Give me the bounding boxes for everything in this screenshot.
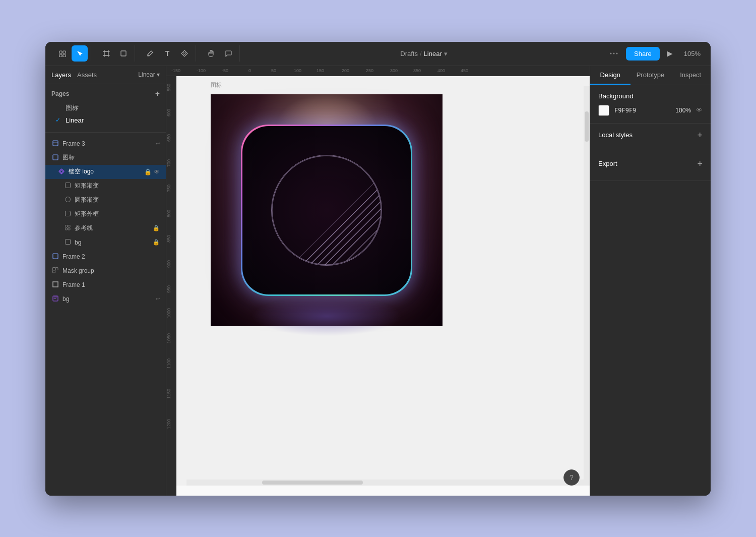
svg-rect-13 (65, 211, 70, 216)
layer-logo-component[interactable]: 镂空 logo 🔒 👁 (45, 165, 166, 179)
tab-assets[interactable]: Assets (77, 70, 97, 80)
circle-icon (64, 197, 72, 203)
layer-eye-icon[interactable]: 👁 (154, 168, 160, 175)
pages-section-title: Pages (51, 90, 69, 97)
page-item-linear[interactable]: ✓ Linear (51, 114, 160, 126)
layer-frame2[interactable]: Frame 2 (45, 250, 166, 264)
svg-text:900: 900 (166, 260, 171, 267)
comment-tool-button[interactable] (220, 45, 236, 62)
layer-frame1[interactable]: Frame 1 (45, 278, 166, 292)
svg-text:600: 600 (166, 108, 171, 116)
add-page-button[interactable]: + (155, 89, 160, 98)
layer-lock-icon[interactable]: 🔒 (144, 168, 152, 175)
zoom-level[interactable]: 105% (680, 48, 705, 59)
page-item-icons[interactable]: 图标 (51, 101, 160, 114)
select-tool-button[interactable] (72, 45, 88, 62)
scrollbar-thumb-vertical[interactable] (585, 111, 589, 142)
scrollbar-right[interactable] (584, 86, 590, 480)
help-button[interactable]: ? (563, 469, 580, 486)
breadcrumb-chevron[interactable]: ▾ (444, 50, 448, 57)
scrollbar-thumb-horizontal[interactable] (262, 481, 363, 485)
scrollbar-bottom[interactable] (186, 480, 590, 486)
svg-rect-28 (166, 66, 590, 76)
share-button[interactable]: Share (626, 47, 660, 61)
layer-icon-frame[interactable]: 图标 (45, 151, 166, 165)
svg-point-12 (65, 197, 70, 202)
svg-rect-21 (55, 267, 58, 270)
layer-guidelines[interactable]: 参考线 🔒 (45, 221, 166, 235)
svg-rect-4 (121, 51, 126, 56)
layer-frame3[interactable]: Frame 3 ↩ (45, 137, 166, 151)
right-panel-tabs: Design Prototype Inspect (590, 66, 711, 85)
canvas-content[interactable]: 图标 (176, 76, 590, 486)
export-title: Export (598, 160, 617, 167)
guide-icon (64, 225, 72, 231)
hand-tool-button[interactable] (203, 45, 219, 62)
tab-inspect[interactable]: Inspect (670, 66, 711, 85)
play-button[interactable]: ▶ (664, 47, 676, 60)
panel-divider (45, 132, 166, 133)
svg-point-7 (616, 53, 618, 54)
add-export-button[interactable]: + (697, 159, 703, 168)
tab-prototype[interactable]: Prototype (631, 66, 671, 85)
menu-tool-button[interactable] (54, 45, 71, 62)
pen-tool-button[interactable] (142, 45, 158, 62)
breadcrumb-drafts[interactable]: Drafts (400, 50, 418, 57)
layers-list: Frame 3 ↩ 图标 镂空 logo (45, 135, 166, 496)
frame-tool-button[interactable] (98, 45, 114, 62)
app-icon-container (211, 94, 443, 326)
layer-rect-gradient[interactable]: 矩形渐变 (45, 179, 166, 193)
layer-bg-lock-icon: 🔒 (153, 239, 160, 246)
frame-canvas-label: 图标 (211, 81, 222, 89)
toolbar-options-button[interactable] (606, 45, 622, 62)
ruler-left-svg: 550 600 650 700 750 800 850 900 950 1000… (166, 76, 176, 496)
rectangle-tool-button[interactable] (115, 45, 132, 62)
background-color-value[interactable]: F9F9F9 (614, 107, 666, 114)
breadcrumb-page[interactable]: Linear (424, 50, 442, 57)
frame-icon (51, 140, 59, 147)
svg-text:1150: 1150 (166, 388, 171, 398)
icon-lines-svg (271, 155, 382, 266)
svg-rect-22 (53, 270, 55, 273)
background-section: Background F9F9F9 100% 👁 (590, 85, 711, 124)
svg-text:50: 50 (271, 68, 276, 73)
tab-layers[interactable]: Layers (51, 70, 71, 80)
right-panel: Design Prototype Inspect Background F9F9… (590, 66, 711, 496)
svg-text:750: 750 (166, 184, 171, 192)
text-tool-button[interactable]: T (159, 45, 175, 62)
canvas-area[interactable]: -150 -100 -50 0 50 100 150 200 250 300 3… (166, 66, 590, 496)
frame1-icon (51, 281, 59, 288)
background-color-swatch[interactable] (598, 105, 609, 116)
add-local-style-button[interactable]: + (697, 131, 703, 140)
rect-icon (64, 183, 72, 189)
panel-breadcrumb[interactable]: Linear ▾ (138, 71, 160, 78)
svg-text:1200: 1200 (166, 419, 171, 429)
components-tool-button[interactable] (176, 45, 193, 62)
svg-line-62 (332, 215, 382, 266)
svg-text:350: 350 (413, 68, 421, 73)
frame2-icon (51, 253, 59, 260)
export-section-header: Export + (598, 159, 703, 168)
svg-text:650: 650 (166, 134, 171, 141)
app-window: T Drafts / Li (45, 42, 711, 496)
svg-text:150: 150 (317, 68, 324, 73)
svg-rect-0 (59, 51, 62, 53)
svg-rect-3 (63, 54, 66, 57)
main-area: Layers Assets Linear ▾ Pages + 图标 ✓ Line… (45, 66, 711, 496)
svg-point-5 (610, 53, 612, 54)
background-opacity[interactable]: 100% (671, 107, 691, 114)
panel-tabs: Layers Assets Linear ▾ (45, 66, 166, 84)
layer-circle-gradient[interactable]: 圆形渐变 (45, 193, 166, 207)
layer-bg[interactable]: bg 🔒 (45, 235, 166, 250)
svg-text:400: 400 (437, 68, 445, 73)
svg-line-66 (291, 175, 382, 266)
svg-text:700: 700 (166, 159, 171, 166)
layer-mask-group[interactable]: Mask group (45, 264, 166, 278)
pages-section-header: Pages + (45, 84, 166, 101)
layer-rect-border[interactable]: 矩形外框 (45, 207, 166, 221)
layer-bg-top[interactable]: bg ↩ (45, 292, 166, 306)
tab-design[interactable]: Design (590, 66, 631, 85)
component-icon (57, 168, 66, 175)
pages-list: 图标 ✓ Linear (45, 101, 166, 130)
background-eye-icon[interactable]: 👁 (696, 106, 703, 114)
